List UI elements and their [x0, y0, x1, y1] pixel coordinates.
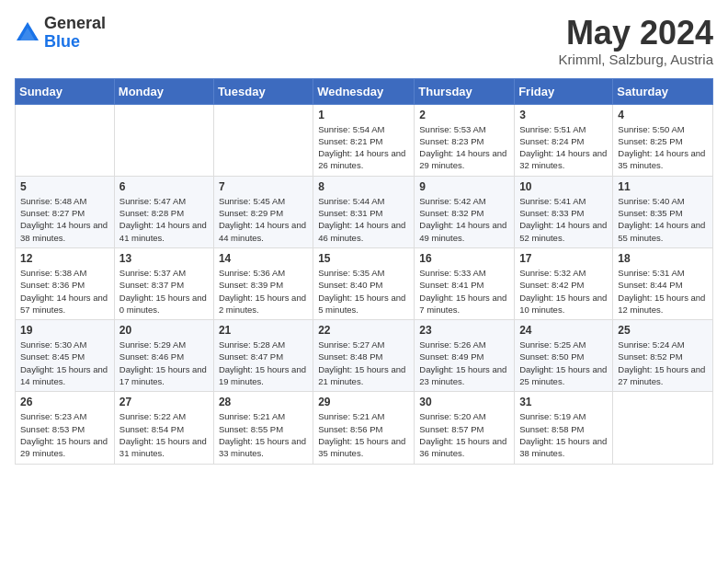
calendar-cell: 20Sunrise: 5:29 AMSunset: 8:46 PMDayligh… — [114, 320, 213, 392]
day-number: 1 — [318, 109, 409, 121]
day-info: Sunrise: 5:26 AMSunset: 8:49 PMDaylight:… — [419, 339, 509, 387]
day-info: Sunrise: 5:54 AMSunset: 8:21 PMDaylight:… — [318, 123, 409, 172]
weekday-header-thursday: Thursday — [415, 78, 515, 104]
location-subtitle: Krimml, Salzburg, Austria — [559, 52, 713, 67]
day-number: 18 — [618, 252, 708, 265]
day-number: 23 — [419, 324, 509, 337]
day-info: Sunrise: 5:33 AMSunset: 8:41 PMDaylight:… — [419, 267, 509, 316]
day-number: 4 — [618, 109, 708, 121]
calendar-cell: 9Sunrise: 5:42 AMSunset: 8:32 PMDaylight… — [415, 176, 515, 247]
logo-icon — [15, 20, 40, 46]
calendar-cell: 24Sunrise: 5:25 AMSunset: 8:50 PMDayligh… — [515, 320, 613, 392]
calendar-cell: 25Sunrise: 5:24 AMSunset: 8:52 PMDayligh… — [613, 320, 713, 392]
calendar-cell — [16, 104, 115, 176]
calendar-cell: 22Sunrise: 5:27 AMSunset: 8:48 PMDayligh… — [313, 320, 415, 392]
day-number: 13 — [119, 252, 209, 265]
calendar-cell — [114, 104, 213, 176]
day-info: Sunrise: 5:23 AMSunset: 8:53 PMDaylight:… — [20, 410, 109, 459]
day-info: Sunrise: 5:19 AMSunset: 8:58 PMDaylight:… — [519, 410, 608, 459]
day-info: Sunrise: 5:29 AMSunset: 8:46 PMDaylight:… — [119, 339, 209, 387]
day-number: 30 — [419, 396, 509, 408]
day-number: 20 — [119, 324, 209, 337]
calendar-cell: 28Sunrise: 5:21 AMSunset: 8:55 PMDayligh… — [213, 392, 313, 464]
day-info: Sunrise: 5:24 AMSunset: 8:52 PMDaylight:… — [618, 339, 708, 387]
day-info: Sunrise: 5:47 AMSunset: 8:28 PMDaylight:… — [119, 195, 209, 244]
weekday-header-monday: Monday — [114, 78, 213, 104]
day-info: Sunrise: 5:37 AMSunset: 8:37 PMDaylight:… — [119, 267, 209, 316]
day-info: Sunrise: 5:27 AMSunset: 8:48 PMDaylight:… — [318, 339, 409, 387]
calendar-cell: 5Sunrise: 5:48 AMSunset: 8:27 PMDaylight… — [16, 176, 115, 247]
calendar-cell: 15Sunrise: 5:35 AMSunset: 8:40 PMDayligh… — [313, 247, 415, 319]
calendar-cell: 12Sunrise: 5:38 AMSunset: 8:36 PMDayligh… — [16, 247, 115, 319]
day-info: Sunrise: 5:42 AMSunset: 8:32 PMDaylight:… — [419, 195, 509, 244]
day-number: 3 — [519, 109, 608, 121]
day-number: 22 — [318, 324, 409, 337]
day-info: Sunrise: 5:44 AMSunset: 8:31 PMDaylight:… — [318, 195, 409, 244]
calendar-cell: 7Sunrise: 5:45 AMSunset: 8:29 PMDaylight… — [213, 176, 313, 247]
day-number: 14 — [219, 252, 308, 265]
day-number: 5 — [20, 180, 109, 193]
day-info: Sunrise: 5:22 AMSunset: 8:54 PMDaylight:… — [119, 410, 209, 459]
calendar-cell: 16Sunrise: 5:33 AMSunset: 8:41 PMDayligh… — [415, 247, 515, 319]
day-info: Sunrise: 5:21 AMSunset: 8:55 PMDaylight:… — [219, 410, 308, 459]
calendar-cell — [213, 104, 313, 176]
day-number: 27 — [119, 396, 209, 408]
day-info: Sunrise: 5:28 AMSunset: 8:47 PMDaylight:… — [219, 339, 308, 387]
day-number: 19 — [20, 324, 109, 337]
weekday-header-tuesday: Tuesday — [213, 78, 313, 104]
calendar-cell: 10Sunrise: 5:41 AMSunset: 8:33 PMDayligh… — [515, 176, 613, 247]
day-number: 29 — [318, 396, 409, 408]
calendar-cell: 6Sunrise: 5:47 AMSunset: 8:28 PMDaylight… — [114, 176, 213, 247]
day-info: Sunrise: 5:25 AMSunset: 8:50 PMDaylight:… — [519, 339, 608, 387]
calendar-cell: 27Sunrise: 5:22 AMSunset: 8:54 PMDayligh… — [114, 392, 213, 464]
day-number: 28 — [219, 396, 308, 408]
calendar-cell: 14Sunrise: 5:36 AMSunset: 8:39 PMDayligh… — [213, 247, 313, 319]
day-number: 21 — [219, 324, 308, 337]
day-info: Sunrise: 5:45 AMSunset: 8:29 PMDaylight:… — [219, 195, 308, 244]
day-info: Sunrise: 5:53 AMSunset: 8:23 PMDaylight:… — [419, 123, 509, 172]
calendar-week-row: 19Sunrise: 5:30 AMSunset: 8:45 PMDayligh… — [16, 320, 713, 392]
calendar-cell — [613, 392, 713, 464]
calendar-week-row: 12Sunrise: 5:38 AMSunset: 8:36 PMDayligh… — [16, 247, 713, 319]
logo-text: General Blue — [44, 15, 106, 52]
day-info: Sunrise: 5:31 AMSunset: 8:44 PMDaylight:… — [618, 267, 708, 316]
day-info: Sunrise: 5:30 AMSunset: 8:45 PMDaylight:… — [20, 339, 109, 387]
weekday-header-friday: Friday — [515, 78, 613, 104]
day-info: Sunrise: 5:51 AMSunset: 8:24 PMDaylight:… — [519, 123, 608, 172]
calendar-cell: 26Sunrise: 5:23 AMSunset: 8:53 PMDayligh… — [16, 392, 115, 464]
day-info: Sunrise: 5:36 AMSunset: 8:39 PMDaylight:… — [219, 267, 308, 316]
day-info: Sunrise: 5:48 AMSunset: 8:27 PMDaylight:… — [20, 195, 109, 244]
calendar-week-row: 5Sunrise: 5:48 AMSunset: 8:27 PMDaylight… — [16, 176, 713, 247]
title-block: May 2024 Krimml, Salzburg, Austria — [559, 15, 713, 67]
weekday-header-wednesday: Wednesday — [313, 78, 415, 104]
weekday-header-sunday: Sunday — [16, 78, 115, 104]
page-header: General Blue May 2024 Krimml, Salzburg, … — [15, 15, 713, 67]
day-number: 17 — [519, 252, 608, 265]
weekday-header-saturday: Saturday — [613, 78, 713, 104]
day-number: 16 — [419, 252, 509, 265]
day-info: Sunrise: 5:41 AMSunset: 8:33 PMDaylight:… — [519, 195, 608, 244]
calendar-cell: 17Sunrise: 5:32 AMSunset: 8:42 PMDayligh… — [515, 247, 613, 319]
day-number: 15 — [318, 252, 409, 265]
day-info: Sunrise: 5:38 AMSunset: 8:36 PMDaylight:… — [20, 267, 109, 316]
calendar-cell: 8Sunrise: 5:44 AMSunset: 8:31 PMDaylight… — [313, 176, 415, 247]
calendar-week-row: 26Sunrise: 5:23 AMSunset: 8:53 PMDayligh… — [16, 392, 713, 464]
calendar-cell: 13Sunrise: 5:37 AMSunset: 8:37 PMDayligh… — [114, 247, 213, 319]
day-number: 12 — [20, 252, 109, 265]
day-number: 6 — [119, 180, 209, 193]
month-title: May 2024 — [559, 15, 713, 52]
day-info: Sunrise: 5:21 AMSunset: 8:56 PMDaylight:… — [318, 410, 409, 459]
calendar-table: SundayMondayTuesdayWednesdayThursdayFrid… — [15, 78, 713, 465]
calendar-week-row: 1Sunrise: 5:54 AMSunset: 8:21 PMDaylight… — [16, 104, 713, 176]
calendar-cell: 4Sunrise: 5:50 AMSunset: 8:25 PMDaylight… — [613, 104, 713, 176]
calendar-cell: 19Sunrise: 5:30 AMSunset: 8:45 PMDayligh… — [16, 320, 115, 392]
day-info: Sunrise: 5:20 AMSunset: 8:57 PMDaylight:… — [419, 410, 509, 459]
day-number: 10 — [519, 180, 608, 193]
calendar-cell: 2Sunrise: 5:53 AMSunset: 8:23 PMDaylight… — [415, 104, 515, 176]
calendar-cell: 3Sunrise: 5:51 AMSunset: 8:24 PMDaylight… — [515, 104, 613, 176]
day-info: Sunrise: 5:40 AMSunset: 8:35 PMDaylight:… — [618, 195, 708, 244]
logo: General Blue — [15, 15, 106, 52]
day-number: 25 — [618, 324, 708, 337]
calendar-cell: 1Sunrise: 5:54 AMSunset: 8:21 PMDaylight… — [313, 104, 415, 176]
day-number: 24 — [519, 324, 608, 337]
